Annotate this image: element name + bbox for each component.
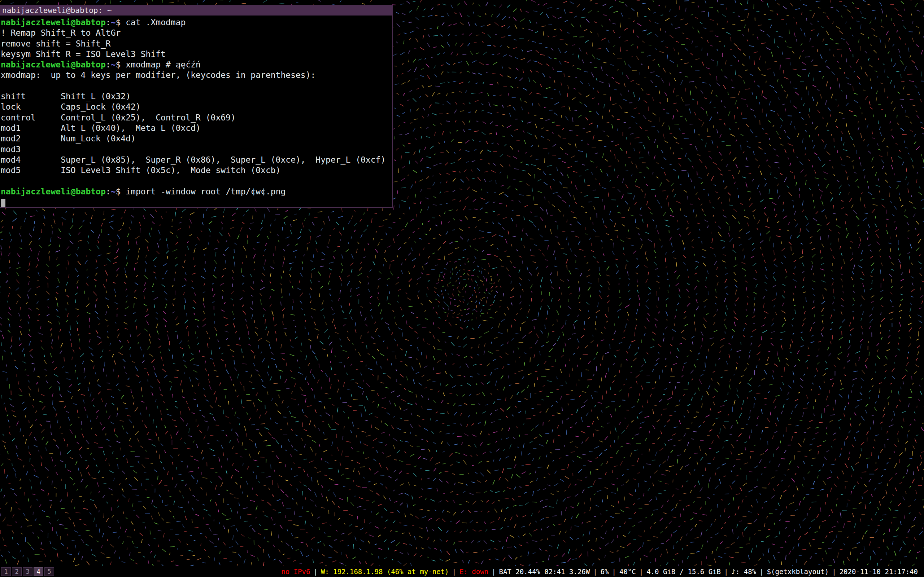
terminal-text: lock Caps_Lock (0x42) xyxy=(1,102,141,111)
workspace-button-1[interactable]: 1 xyxy=(1,567,11,576)
terminal-text: $ cat .Xmodmap xyxy=(116,18,186,27)
terminal-line: xmodmap: up to 4 keys per modifier, (key… xyxy=(1,70,392,81)
terminal-cursor xyxy=(1,199,5,207)
terminal-text: ~ xyxy=(111,18,116,27)
terminal-line: mod5 ISO_Level3_Shift (0x5c), Mode_switc… xyxy=(1,165,392,176)
status-text: no IPv6|W: 192.168.1.98 (46% at my-net)|… xyxy=(278,567,924,575)
workspace-button-4[interactable]: 4 xyxy=(34,567,43,576)
status-segment: W: 192.168.1.98 (46% at my-net) xyxy=(318,567,452,575)
terminal-line: mod3 xyxy=(1,144,392,155)
status-separator: | xyxy=(452,567,456,575)
terminal-text: mod4 Super_L (0x85), Super_R (0x86), Sup… xyxy=(1,155,386,164)
terminal-window[interactable]: nabijaczleweli@babtop: ~ nabijaczleweli@… xyxy=(0,5,393,208)
status-separator: | xyxy=(832,567,836,575)
status-separator: | xyxy=(593,567,597,575)
status-separator: | xyxy=(759,567,763,575)
terminal-line: mod4 Super_L (0x85), Super_R (0x86), Sup… xyxy=(1,155,392,165)
status-segment: BAT 20.44% 02:41 3.26W xyxy=(496,567,593,575)
workspace-switcher: 12345 xyxy=(0,567,54,576)
terminal-text: nabijaczleweli@babtop xyxy=(1,187,106,196)
workspace-button-5[interactable]: 5 xyxy=(44,567,54,576)
terminal-line: ! Remap Shift_R to AltGr xyxy=(1,28,392,38)
workspace-button-3[interactable]: 3 xyxy=(23,567,32,576)
terminal-line: control Control_L (0x25), Control_R (0x6… xyxy=(1,113,392,123)
terminal-text: nabijaczleweli@babtop xyxy=(1,18,106,27)
terminal-text: : xyxy=(106,187,111,196)
status-bar: 12345 no IPv6|W: 192.168.1.98 (46% at my… xyxy=(0,566,924,577)
status-separator: | xyxy=(724,567,728,575)
terminal-text: $ xmodmap # ąęćźń xyxy=(116,60,201,69)
terminal-text: $ import -window root /tmp/¢w¢.png xyxy=(116,187,286,196)
terminal-line: shift Shift_L (0x32) xyxy=(1,91,392,102)
terminal-line: nabijaczleweli@babtop:~$ import -window … xyxy=(1,187,392,197)
status-segment: no IPv6 xyxy=(278,567,313,575)
terminal-line xyxy=(1,176,392,186)
terminal-text: ~ xyxy=(111,60,116,69)
terminal-text: : xyxy=(106,18,111,27)
terminal-text: remove shift = Shift_R xyxy=(1,39,111,48)
terminal-line: nabijaczleweli@babtop:~$ xmodmap # ąęćźń xyxy=(1,60,392,70)
terminal-text: mod5 ISO_Level3_Shift (0x5c), Mode_switc… xyxy=(1,166,281,175)
terminal-text: : xyxy=(106,60,111,69)
terminal-text: ~ xyxy=(111,187,116,196)
terminal-line: mod1 Alt_L (0x40), Meta_L (0xcd) xyxy=(1,123,392,134)
terminal-line xyxy=(1,197,392,207)
terminal-text: xmodmap: up to 4 keys per modifier, (key… xyxy=(1,70,315,80)
terminal-text: ! Remap Shift_R to AltGr xyxy=(1,28,121,37)
workspace-button-2[interactable]: 2 xyxy=(12,567,22,576)
status-segment: 2020-11-10 21:17:40 xyxy=(836,567,921,575)
terminal-line: lock Caps_Lock (0x42) xyxy=(1,102,392,112)
terminal-body[interactable]: nabijaczleweli@babtop:~$ cat .Xmodmap! R… xyxy=(0,16,392,207)
terminal-text: keysym Shift_R = ISO_Level3_Shift xyxy=(1,49,166,59)
terminal-text: mod3 xyxy=(1,145,21,154)
terminal-text: mod1 Alt_L (0x40), Meta_L (0xcd) xyxy=(1,123,201,133)
terminal-line: keysym Shift_R = ISO_Level3_Shift xyxy=(1,49,392,60)
terminal-titlebar[interactable]: nabijaczleweli@babtop: ~ xyxy=(0,5,392,16)
status-separator: | xyxy=(612,567,616,575)
terminal-line: nabijaczleweli@babtop:~$ cat .Xmodmap xyxy=(1,17,392,28)
status-separator: | xyxy=(313,567,317,575)
terminal-text: mod2 Num_Lock (0x4d) xyxy=(1,134,136,143)
status-segment: $(getxkblayout) xyxy=(764,567,832,575)
status-segment: 4.0 GiB / 15.6 GiB xyxy=(643,567,724,575)
terminal-line: remove shift = Shift_R xyxy=(1,39,392,49)
terminal-line xyxy=(1,81,392,91)
status-separator: | xyxy=(639,567,643,575)
terminal-line: mod2 Num_Lock (0x4d) xyxy=(1,134,392,144)
status-segment: 6% xyxy=(597,567,612,575)
status-segment: E: down xyxy=(456,567,492,575)
terminal-text: nabijaczleweli@babtop xyxy=(1,60,106,69)
status-separator: | xyxy=(492,567,496,575)
terminal-text: shift Shift_L (0x32) xyxy=(1,92,131,101)
status-segment: ♪: 48% xyxy=(729,567,760,575)
status-segment: 40°C xyxy=(616,567,639,575)
terminal-text: control Control_L (0x25), Control_R (0x6… xyxy=(1,113,236,122)
